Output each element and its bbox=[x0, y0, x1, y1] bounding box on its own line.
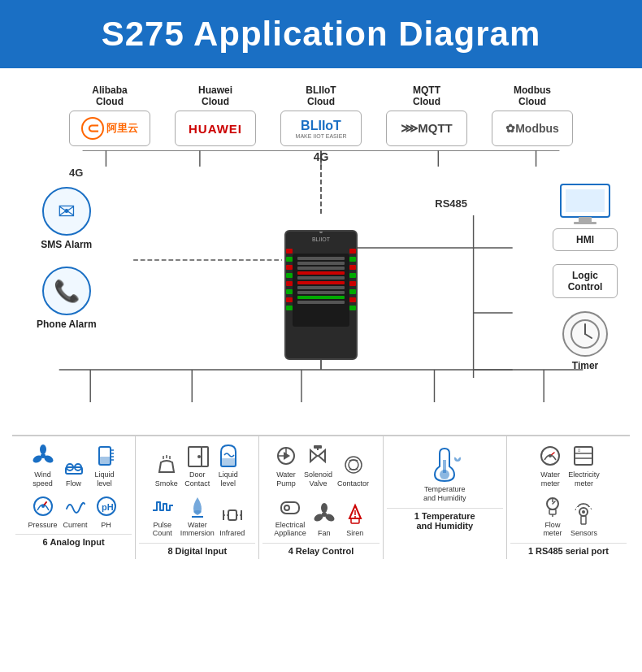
electrical-appliance-icon bbox=[277, 493, 303, 519]
elec-svg: ≡ bbox=[571, 444, 596, 468]
mqtt-box: ⋙MQTT bbox=[386, 111, 467, 146]
water-pump-icon bbox=[273, 443, 299, 469]
pulse-count-label: PulseCount bbox=[153, 521, 172, 539]
flow-meter-item: Flowmeter bbox=[540, 493, 566, 539]
label-rs485: RS485 bbox=[435, 197, 467, 210]
bliiot-box: BLIIoT MAKE IIOT EASIER bbox=[280, 111, 362, 146]
wind-speed-label: Windspeed bbox=[33, 470, 53, 488]
digital-liquid-item: Liquidlevel bbox=[215, 443, 241, 488]
analog-group-label: 6 Analog Input bbox=[15, 534, 132, 547]
water-meter-icon bbox=[537, 443, 563, 469]
label-4g-left: 4G bbox=[69, 167, 97, 179]
siren-item: Siren bbox=[342, 501, 368, 538]
electrical-appliance-item: ElectricalAppliance bbox=[274, 493, 306, 539]
alibaba-text: 阿里云 bbox=[106, 121, 138, 136]
relay-control-group: WaterPump SolenoidValve bbox=[259, 436, 383, 559]
phone-alarm: 📞 Phone Alarm bbox=[37, 267, 97, 330]
fan-svg2 bbox=[312, 502, 336, 527]
alibaba-box: ⊂ 阿里云 bbox=[69, 111, 150, 146]
door-contact-icon bbox=[184, 443, 210, 469]
hmi-monitor-icon bbox=[559, 183, 611, 225]
digital-input-group: Smoke DoorContact bbox=[136, 436, 259, 559]
pressure-svg bbox=[31, 494, 55, 518]
electricity-meter-item: ≡ Electricitymeter bbox=[568, 443, 600, 488]
modbus-label: ModbusCloud bbox=[514, 85, 551, 107]
device-image: BLIIOT bbox=[284, 230, 358, 360]
infrared-item: Infrared bbox=[219, 501, 245, 538]
liquid-level-item: Liquidlevel bbox=[92, 443, 118, 488]
ph-svg: pH bbox=[94, 494, 119, 518]
pulse-count-item: PulseCount bbox=[150, 493, 176, 539]
valve-svg bbox=[306, 444, 330, 468]
digital-group-label: 8 Digital Input bbox=[139, 543, 255, 556]
phone-alarm-icon: 📞 bbox=[42, 267, 91, 315]
svg-point-73 bbox=[285, 506, 288, 509]
infrared-icon bbox=[219, 501, 245, 527]
timer-item: Timer bbox=[553, 311, 618, 371]
svg-text:pH: pH bbox=[102, 502, 114, 512]
ph-item: pH PH bbox=[93, 493, 119, 530]
siren-label: Siren bbox=[346, 529, 363, 538]
sms-alarm: ✉ SMS Alarm bbox=[37, 187, 97, 250]
svg-point-86 bbox=[549, 454, 552, 457]
bottom-section: Windspeed Flow bbox=[12, 435, 630, 559]
svg-point-69 bbox=[345, 457, 362, 473]
door-svg bbox=[185, 444, 210, 468]
temp-humidity-group: Temperatureand Humidity 1 Temperatureand… bbox=[384, 436, 507, 559]
right-side-items: HMI LogicControl Timer bbox=[553, 183, 618, 371]
svg-point-81 bbox=[354, 516, 356, 518]
device-brand-label: BLIIOT bbox=[312, 236, 330, 242]
flow-label: Flow bbox=[66, 479, 81, 488]
solenoid-valve-label: SolenoidValve bbox=[304, 470, 332, 488]
svg-point-75 bbox=[321, 503, 328, 513]
temp-group-label: 1 Temperatureand Humidity bbox=[387, 508, 503, 531]
analog-row1: Windspeed Flow bbox=[30, 443, 118, 488]
pressure-icon bbox=[30, 493, 56, 519]
sensors-label: Sensors bbox=[570, 529, 597, 538]
svg-rect-53 bbox=[221, 458, 236, 466]
water-imm-svg bbox=[185, 494, 210, 518]
left-alarms: 4G ✉ SMS Alarm 📞 Phone Alarm bbox=[37, 167, 97, 330]
pump-svg bbox=[274, 444, 298, 468]
analog-input-group: Windspeed Flow bbox=[12, 436, 136, 559]
smoke-svg bbox=[154, 453, 179, 477]
svg-point-70 bbox=[349, 460, 358, 470]
sms-alarm-label: SMS Alarm bbox=[41, 239, 92, 250]
fan-svg bbox=[31, 444, 55, 468]
svg-point-54 bbox=[193, 510, 202, 514]
bliiot-label: BLIIoTCloud bbox=[306, 85, 336, 107]
logic-control-label: LogicControl bbox=[553, 264, 618, 298]
bliiot-cloud: BLIIoTCloud BLIIoT MAKE IIOT EASIER bbox=[280, 85, 362, 146]
fan-icon bbox=[311, 501, 337, 527]
smoke-label: Smoke bbox=[155, 479, 178, 488]
infrared-svg bbox=[220, 502, 245, 527]
relay-group-label: 4 Relay Control bbox=[262, 543, 379, 556]
flow-item: Flow bbox=[61, 452, 87, 488]
digital-row1: Smoke DoorContact bbox=[154, 443, 241, 488]
current-item: Current bbox=[63, 493, 89, 530]
mqtt-cloud: MQTTCloud ⋙MQTT bbox=[386, 85, 467, 146]
solenoid-valve-item: SolenoidValve bbox=[304, 443, 332, 488]
rs485-group: Watermeter ≡ Electricitymeter bbox=[507, 436, 630, 559]
rs485-group-label: 1 RS485 serial port bbox=[510, 543, 627, 556]
digital-liquid-label: Liquidlevel bbox=[219, 470, 238, 488]
smoke-icon bbox=[154, 452, 180, 478]
alibaba-logo: ⊂ 阿里云 bbox=[81, 117, 138, 140]
sensors-item: Sensors bbox=[570, 501, 597, 538]
flow-meter-label: Flowmeter bbox=[543, 521, 562, 539]
fan-item: Fan bbox=[311, 501, 337, 538]
svg-text:≡: ≡ bbox=[578, 448, 581, 453]
svg-point-97 bbox=[582, 510, 585, 514]
svg-rect-83 bbox=[443, 460, 446, 473]
liquidlevel-svg bbox=[93, 444, 117, 468]
temp-humidity-label: Temperatureand Humidity bbox=[423, 485, 466, 503]
current-svg bbox=[63, 494, 88, 518]
modbus-logo: ✿Modbus bbox=[505, 122, 559, 135]
flow-svg bbox=[62, 453, 86, 477]
digital-liquid-icon bbox=[215, 443, 241, 469]
sensors-svg bbox=[571, 502, 596, 527]
relay-row2: ElectricalAppliance Fan bbox=[274, 493, 368, 539]
sensors-icon bbox=[570, 501, 596, 527]
huawei-box: HUAWEI bbox=[175, 111, 256, 146]
current-icon bbox=[63, 493, 89, 519]
